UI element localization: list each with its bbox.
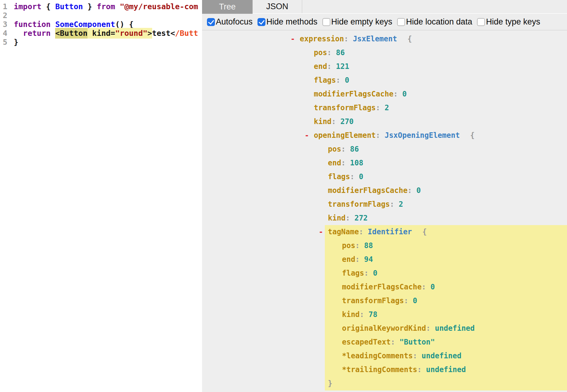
code-token: "@my/reusable-com (120, 2, 198, 11)
option-hide-empty-keys[interactable]: Hide empty keys (322, 17, 392, 27)
tree-key: flags (328, 172, 350, 181)
option-label: Hide location data (406, 17, 472, 27)
tree-key[interactable]: openingElement (314, 131, 376, 140)
tree-row-end: end: 121 (202, 60, 567, 74)
colon: : (350, 172, 359, 181)
code-token: Button (55, 2, 83, 11)
colon: : (417, 365, 426, 374)
line-number: 3 (0, 20, 12, 29)
checkbox-hide-methods[interactable] (257, 18, 265, 26)
tree-key: end (328, 159, 341, 167)
tree-row-leadingcomments: *leadingComments: undefined (202, 349, 567, 363)
node-type[interactable]: Identifier (368, 228, 412, 236)
tree-value: 121 (336, 62, 349, 71)
node-type[interactable]: JsxOpeningElement (385, 131, 460, 140)
tree-value: 94 (364, 255, 373, 264)
tab-tree[interactable]: Tree (202, 0, 253, 14)
tree-key[interactable]: tagName (328, 228, 359, 236)
code-token: return (23, 29, 51, 38)
code-line: 3function SomeComponent() { (0, 20, 202, 29)
tree-key: end (342, 255, 355, 264)
tree-key: transformFlags (314, 104, 376, 112)
tree-value: 78 (369, 310, 377, 319)
code-line: 2 (0, 11, 202, 20)
code-line: 5} (0, 38, 202, 47)
tree-key: escapedText (342, 338, 391, 346)
tree-value: 0 (359, 172, 363, 181)
tree-value: 0 (430, 283, 435, 291)
node-type[interactable]: JsxElement (353, 35, 397, 43)
code-token: () { (115, 20, 133, 29)
tree-row-flags: flags: 0 (202, 170, 567, 184)
tree-key: kind (328, 214, 346, 222)
option-autofocus[interactable]: Autofocus (207, 17, 253, 27)
checkbox-hide-location-data[interactable] (397, 18, 405, 26)
code-token: test (152, 29, 171, 38)
tree-key[interactable]: expression (300, 35, 344, 43)
tree-value: undefined (426, 365, 466, 374)
code-token: } (14, 38, 18, 47)
colon: : (390, 200, 399, 209)
code-token: SomeComponent (55, 20, 115, 29)
tree-row-tagname: -tagName: Identifier{ (202, 225, 567, 239)
tree-row-kind: kind: 78 (202, 308, 567, 322)
tree-row-modifierflagscache: modifierFlagsCache: 0 (202, 280, 567, 294)
code-token: from (97, 2, 115, 11)
code-token: } (83, 2, 97, 11)
colon: : (341, 159, 350, 167)
checkbox-hide-empty-keys[interactable] (322, 18, 330, 26)
colon: : (393, 90, 402, 98)
tree-row-end: end: 94 (202, 253, 567, 266)
option-label: Hide methods (266, 17, 317, 27)
code-token: < (171, 29, 175, 38)
tree-key: originalKeywordKind (342, 324, 426, 333)
ast-tree: -expression: JsxElement{pos: 86end: 121f… (202, 30, 567, 392)
code-line: 1import { Button } from "@my/reusable-co… (0, 2, 202, 11)
tree-row-flags: flags: 0 (202, 266, 567, 280)
tree-key: *trailingComments (342, 365, 417, 374)
checkbox-hide-type-keys[interactable] (477, 18, 485, 26)
tree-value: 270 (340, 117, 354, 126)
colon: : (413, 352, 422, 360)
colon: : (341, 145, 350, 153)
colon: : (355, 255, 364, 264)
colon: : (336, 76, 345, 85)
tree-key: pos (328, 145, 341, 153)
option-label: Autofocus (216, 17, 253, 27)
tree-row-openingelement: -openingElement: JsxOpeningElement{ (202, 129, 567, 142)
tree-row-transformflags: transformFlags: 2 (202, 198, 567, 211)
code-token: function (14, 20, 51, 29)
colon: : (376, 131, 385, 140)
tree-value: 86 (336, 48, 345, 57)
colon: : (364, 269, 373, 277)
option-hide-type-keys[interactable]: Hide type keys (477, 17, 540, 27)
line-number: 2 (0, 11, 12, 20)
tree-value: undefined (422, 352, 461, 360)
colon: : (404, 296, 413, 305)
checkbox-autofocus[interactable] (207, 18, 215, 26)
tree-key: transformFlags (342, 296, 404, 305)
option-hide-location-data[interactable]: Hide location data (397, 17, 472, 27)
tree-value: 0 (416, 186, 421, 195)
line-number: 5 (0, 38, 12, 47)
tree-value: 2 (385, 104, 389, 112)
option-hide-methods[interactable]: Hide methods (257, 17, 317, 27)
code-token: "round" (115, 28, 147, 39)
colon: : (344, 35, 353, 43)
collapse-toggle-icon[interactable]: - (319, 225, 323, 239)
tab-json[interactable]: JSON (253, 0, 302, 13)
code-token (51, 29, 55, 38)
colon: : (359, 228, 368, 236)
code-token: { (41, 2, 55, 11)
code-editor[interactable]: 1import { Button } from "@my/reusable-co… (0, 0, 202, 392)
collapse-toggle-icon[interactable]: - (305, 129, 309, 142)
code-token: import (14, 2, 41, 11)
tree-row-pos: pos: 88 (202, 239, 567, 253)
tree-value: 88 (364, 241, 373, 250)
collapse-toggle-icon[interactable]: - (291, 32, 295, 46)
colon: : (332, 117, 340, 126)
tree-key: pos (342, 241, 355, 250)
ast-viewer-app: 1import { Button } from "@my/reusable-co… (0, 0, 567, 392)
tree-row-pos: pos: 86 (202, 46, 567, 60)
code-line: 4 return <Button kind="round">test</Butt (0, 29, 202, 38)
